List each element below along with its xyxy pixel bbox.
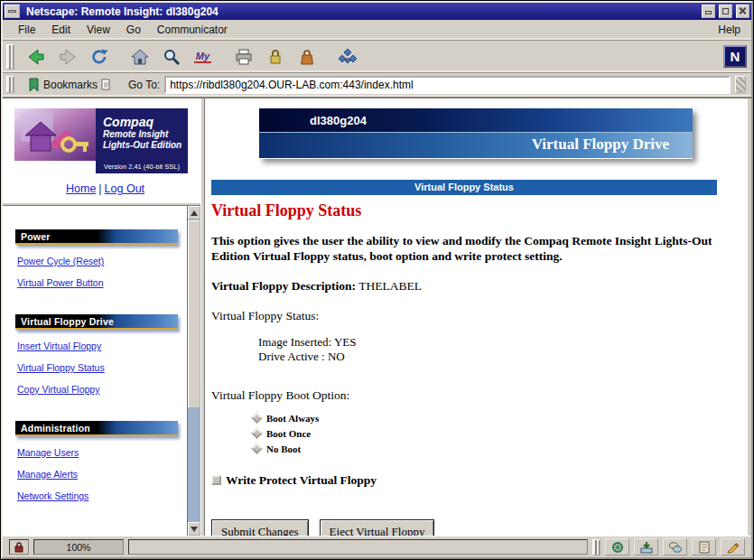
- banner-bottom: Virtual Floppy Drive: [259, 133, 693, 158]
- security-status[interactable]: [9, 539, 29, 555]
- no-boot-label: No Boot: [266, 443, 301, 454]
- section-title-bar: Virtual Floppy Status: [211, 180, 717, 195]
- browser-viewport: Compaq Remote Insight Lights-Out Edition…: [3, 98, 751, 536]
- maximize-button[interactable]: [719, 5, 732, 18]
- quickfile-icon: [101, 79, 111, 90]
- no-boot-radio[interactable]: [251, 443, 263, 454]
- navigator-component-button[interactable]: [605, 538, 629, 555]
- print-button[interactable]: [228, 43, 259, 70]
- logout-link[interactable]: Log Out: [105, 182, 144, 195]
- progress-indicator: 100%: [33, 539, 124, 555]
- location-bar-collapse-grip[interactable]: [6, 76, 14, 93]
- menu-communicator[interactable]: Communicator: [149, 21, 236, 39]
- product-line-1: Remote Insight: [103, 129, 184, 140]
- submit-changes-button[interactable]: Submit Changes: [211, 519, 309, 536]
- nav-link-virtual-power-button[interactable]: Virtual Power Button: [17, 277, 187, 288]
- sidebar-header: Compaq Remote Insight Lights-Out Edition…: [3, 98, 200, 206]
- version-label: Version 2.41 (40-bit SSL): [96, 161, 188, 173]
- floppy-description-value: THELABEL: [358, 279, 422, 293]
- goto-label: Go To:: [119, 79, 160, 91]
- home-button[interactable]: [124, 43, 155, 70]
- boot-option-group: Boot Always Boot Once No Boot: [253, 413, 740, 454]
- nav-link-virtual-floppy-status[interactable]: Virtual Floppy Status: [17, 362, 187, 373]
- floppy-status-label: Virtual Floppy Status:: [211, 309, 740, 323]
- nav-link-insert-virtual-floppy[interactable]: Insert Virtual Floppy: [17, 341, 187, 351]
- write-protect-row: Write Protect Virtual Floppy: [211, 473, 740, 488]
- netscape-throbber[interactable]: N: [723, 45, 747, 68]
- nav-link-power-cycle[interactable]: Power Cycle (Reset): [17, 256, 187, 266]
- forward-icon: [58, 48, 78, 66]
- minimize-button[interactable]: [702, 5, 715, 18]
- addressbook-component-button[interactable]: [692, 538, 716, 555]
- sidebar-nav-frame: Power Power Cycle (Reset) Virtual Power …: [3, 206, 200, 536]
- toolbar-collapse-grip[interactable]: [6, 44, 14, 70]
- nav-section-title: Power: [15, 229, 178, 245]
- reload-icon: [89, 48, 109, 66]
- boot-once-radio[interactable]: [251, 427, 263, 439]
- bookmarks-button[interactable]: Bookmarks: [24, 77, 115, 93]
- banner-top: dl380g204: [259, 108, 693, 133]
- composer-component-button[interactable]: [721, 538, 745, 555]
- bookmarks-label: Bookmarks: [43, 79, 98, 91]
- no-boot-row: No Boot: [253, 443, 740, 454]
- floppy-description-line: Virtual Floppy Description: THELABEL: [211, 279, 740, 294]
- forward-button[interactable]: [51, 43, 83, 70]
- navigator-icon: [610, 541, 625, 554]
- browser-window: Netscape: Remote Insight: dl380g204 File…: [1, 1, 753, 559]
- sidebar-scrollbar[interactable]: [187, 206, 200, 536]
- nav-link-network-settings[interactable]: Network Settings: [17, 490, 187, 501]
- scroll-up-button[interactable]: [188, 206, 200, 219]
- form-buttons: Submit Changes Eject Virtual Floppy: [211, 519, 740, 536]
- close-button[interactable]: [736, 5, 749, 18]
- link-separator: |: [98, 182, 101, 195]
- home-link[interactable]: Home: [66, 182, 96, 195]
- shop-button[interactable]: [291, 43, 322, 70]
- my-netscape-button[interactable]: My: [187, 43, 219, 70]
- component-bar-grip[interactable]: [592, 539, 600, 555]
- url-input[interactable]: [164, 76, 731, 94]
- floppy-description-label: Virtual Floppy Description:: [211, 279, 356, 293]
- scroll-down-button[interactable]: [188, 522, 200, 536]
- menu-view[interactable]: View: [79, 21, 118, 39]
- boot-once-row: Boot Once: [253, 428, 740, 439]
- menu-file[interactable]: File: [10, 21, 43, 39]
- composer-icon: [726, 541, 740, 554]
- page-banner: dl380g204 Virtual Floppy Drive: [259, 108, 693, 159]
- page-heading: Virtual Floppy Status: [211, 201, 740, 220]
- reload-button[interactable]: [83, 43, 115, 70]
- security-button[interactable]: [259, 43, 291, 70]
- mynetscape-icon: My: [194, 51, 211, 63]
- back-button[interactable]: [20, 43, 51, 70]
- boot-always-row: Boot Always: [253, 413, 740, 424]
- system-menu-button[interactable]: [5, 5, 20, 18]
- menu-edit[interactable]: Edit: [43, 21, 79, 39]
- brand-name: Compaq: [103, 115, 184, 129]
- newsgroups-component-button[interactable]: [663, 538, 687, 555]
- nav-link-manage-alerts[interactable]: Manage Alerts: [17, 469, 187, 480]
- scrollbar-track[interactable]: [188, 219, 200, 522]
- stop-button[interactable]: [331, 43, 363, 70]
- inbox-icon: [639, 541, 654, 554]
- boot-always-label: Boot Always: [266, 413, 319, 424]
- write-protect-checkbox[interactable]: [211, 475, 221, 485]
- menu-go[interactable]: Go: [118, 21, 149, 39]
- server-name: dl380g204: [310, 114, 367, 127]
- session-links: Home|Log Out: [14, 173, 195, 203]
- search-button[interactable]: [155, 43, 187, 70]
- nav-link-manage-users[interactable]: Manage Users: [17, 447, 187, 458]
- lights-out-logo-icon: [14, 108, 96, 161]
- menu-help[interactable]: Help: [714, 21, 744, 39]
- scrollbar-thumb[interactable]: [188, 220, 200, 408]
- drive-active-value: Drive Active : NO: [258, 350, 740, 364]
- inbox-component-button[interactable]: [634, 538, 658, 555]
- boot-always-radio[interactable]: [251, 412, 263, 424]
- product-line-2: Lights-Out Edition: [103, 140, 184, 151]
- eject-virtual-floppy-button[interactable]: Eject Virtual Floppy: [320, 519, 435, 536]
- search-icon: [162, 48, 182, 66]
- image-inserted-value: Image Inserted: YES: [258, 335, 740, 350]
- addressbook-icon: [697, 541, 712, 554]
- nav-link-copy-virtual-floppy[interactable]: Copy Virtual Floppy: [17, 384, 187, 395]
- whats-related-handle[interactable]: [735, 76, 746, 93]
- logo-wordmark: Compaq Remote Insight Lights-Out Edition: [96, 108, 188, 161]
- stop-icon: [338, 48, 358, 66]
